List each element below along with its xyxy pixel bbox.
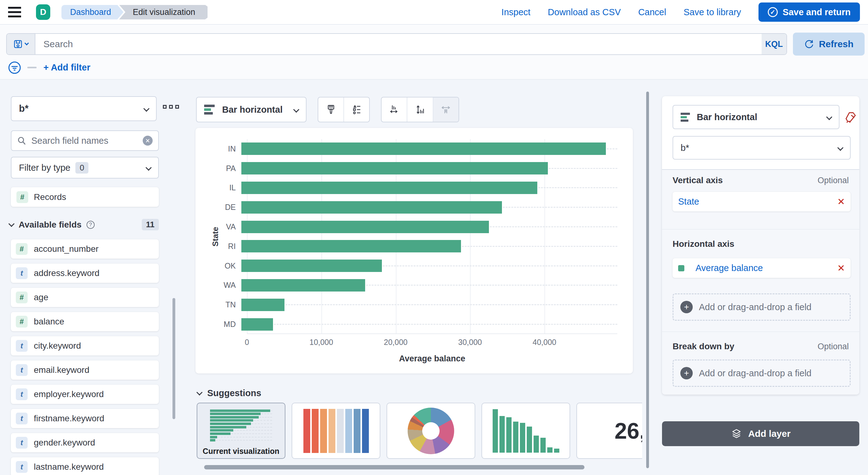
bar-DE[interactable]: [241, 201, 502, 214]
number-token-icon: #: [16, 243, 28, 255]
bar-PA[interactable]: [241, 162, 548, 175]
top-actions: InspectDownload as CSVCancelSave to libr…: [501, 2, 860, 22]
add-layer-button[interactable]: Add layer: [662, 421, 859, 446]
search-input[interactable]: Search: [35, 39, 762, 49]
breadcrumb: Dashboard Edit visualization: [61, 5, 208, 20]
row-dashed-line: [490, 226, 617, 227]
search-icon: [17, 136, 26, 145]
horizontal-axis-add-field[interactable]: + Add or drag-and-drop a field: [673, 293, 850, 321]
bar-TN[interactable]: [241, 299, 284, 311]
chart-rows: INPAILDEVARIOKWATNMD: [221, 139, 617, 334]
action-save-to-library[interactable]: Save to library: [683, 7, 741, 18]
legend-settings-button[interactable]: [344, 97, 369, 122]
clear-search-icon[interactable]: ✕: [143, 136, 153, 146]
add-filter-button[interactable]: + Add filter: [43, 62, 90, 72]
bar-VA[interactable]: [241, 221, 489, 233]
field-item[interactable]: temail.keyword: [11, 360, 159, 380]
mini-green-bar-chart: [493, 409, 559, 453]
chart-row: RI: [221, 237, 617, 256]
action-inspect[interactable]: Inspect: [501, 7, 530, 18]
y-axis-title: State: [209, 139, 221, 334]
suggestion-card-donut[interactable]: [386, 403, 475, 459]
row-dashed-line: [462, 246, 617, 247]
x-tick-label: 10,000: [310, 338, 333, 347]
index-pattern-select[interactable]: b*: [11, 96, 157, 121]
field-name: lastname.keyword: [34, 462, 104, 472]
clear-layer-icon[interactable]: [844, 111, 858, 124]
bottom-axis-button[interactable]: [407, 97, 433, 122]
suggestions-header[interactable]: Suggestions: [197, 388, 261, 398]
field-item[interactable]: taddress.keyword: [11, 264, 159, 283]
bar-RI[interactable]: [241, 240, 461, 253]
layer-chart-type-select[interactable]: Bar horizontal: [673, 105, 839, 129]
menu-icon[interactable]: [8, 7, 21, 18]
chart-type-select[interactable]: Bar horizontal: [196, 97, 307, 122]
chevron-down-icon: [143, 106, 150, 112]
vertical-axis-dimension[interactable]: State ✕: [673, 192, 850, 211]
field-search[interactable]: Search field names ✕: [11, 130, 159, 151]
records-field[interactable]: # Records: [11, 187, 159, 207]
sidebar-scrollbar[interactable]: [173, 298, 175, 419]
action-download-as-csv[interactable]: Download as CSV: [548, 7, 621, 18]
save-and-return-button[interactable]: ✓ Save and return: [758, 2, 860, 22]
plus-icon: +: [680, 301, 693, 313]
bar-WA[interactable]: [241, 279, 365, 292]
string-token-icon: t: [16, 461, 28, 473]
style-button-group: [318, 97, 370, 122]
bar-track: [241, 139, 617, 159]
appearance-button[interactable]: [318, 97, 344, 122]
bar-MD[interactable]: [241, 318, 273, 331]
refresh-button[interactable]: Refresh: [793, 33, 865, 56]
field-item[interactable]: tgender.keyword: [11, 433, 159, 452]
left-axis-button[interactable]: [381, 97, 407, 122]
field-item[interactable]: tlastname.keyword: [11, 457, 159, 475]
query-language-button[interactable]: KQL: [762, 34, 786, 54]
help-icon[interactable]: ?: [87, 221, 95, 229]
y-tick-label: OK: [221, 261, 241, 270]
filter-bar: + Add filter: [0, 56, 868, 80]
horizontal-axis-dimension[interactable]: Average balance ✕: [673, 258, 850, 278]
row-dashed-line: [549, 168, 617, 169]
field-item[interactable]: #balance: [11, 312, 159, 331]
break-down-add-field[interactable]: + Add or drag-and-drop a field: [673, 359, 850, 387]
mini-donut-chart: [408, 408, 454, 454]
saved-filters-icon[interactable]: [7, 61, 22, 75]
field-item[interactable]: tcity.keyword: [11, 336, 159, 355]
suggestion-card-bar-horizontal[interactable]: Current visualization: [197, 403, 285, 459]
axis-vertical-icon: [414, 104, 426, 116]
field-item[interactable]: #age: [11, 288, 159, 307]
field-name: age: [34, 293, 49, 302]
suggestion-card-bar-vertical-green[interactable]: [482, 403, 570, 459]
breadcrumb-dashboard[interactable]: Dashboard: [61, 5, 123, 20]
sidebar-options-icon[interactable]: [163, 105, 179, 109]
suggestion-card-bar-vertical-palette[interactable]: [291, 403, 380, 459]
saved-query-menu-button[interactable]: [7, 34, 35, 54]
workspace-scrollbar[interactable]: [646, 92, 649, 468]
axis-button-group: [381, 97, 459, 122]
bar-OK[interactable]: [241, 260, 382, 272]
remove-dimension-icon[interactable]: ✕: [837, 196, 845, 207]
space-avatar[interactable]: D: [36, 4, 50, 20]
field-item[interactable]: #account_number: [11, 239, 159, 259]
available-fields-header[interactable]: Available fields ? 11: [9, 219, 159, 230]
bar-track: [241, 159, 617, 178]
field-item[interactable]: temployer.keyword: [11, 385, 159, 404]
row-dashed-line: [503, 207, 617, 208]
bar-IN[interactable]: [241, 143, 606, 155]
x-axis-title: Average balance: [247, 354, 617, 363]
suggestions-scrollbar[interactable]: [204, 465, 585, 469]
field-item[interactable]: tfirstname.keyword: [11, 409, 159, 428]
bar-track: [241, 178, 617, 198]
remove-dimension-icon[interactable]: ✕: [837, 263, 845, 273]
action-cancel[interactable]: Cancel: [638, 7, 666, 18]
horizontal-axis-header: Horizontal axis: [673, 239, 849, 249]
suggestion-card-metric[interactable]: 26,: [577, 403, 642, 459]
x-tick-label: 40,000: [533, 338, 556, 347]
number-token-icon: #: [16, 316, 28, 328]
string-token-icon: t: [16, 340, 28, 352]
bar-IL[interactable]: [241, 182, 537, 194]
available-fields-count-badge: 11: [142, 219, 159, 230]
layer-index-pattern-select[interactable]: b*: [673, 136, 850, 159]
layers-icon: [731, 428, 742, 439]
filter-by-type-select[interactable]: Filter by type 0: [11, 157, 159, 179]
